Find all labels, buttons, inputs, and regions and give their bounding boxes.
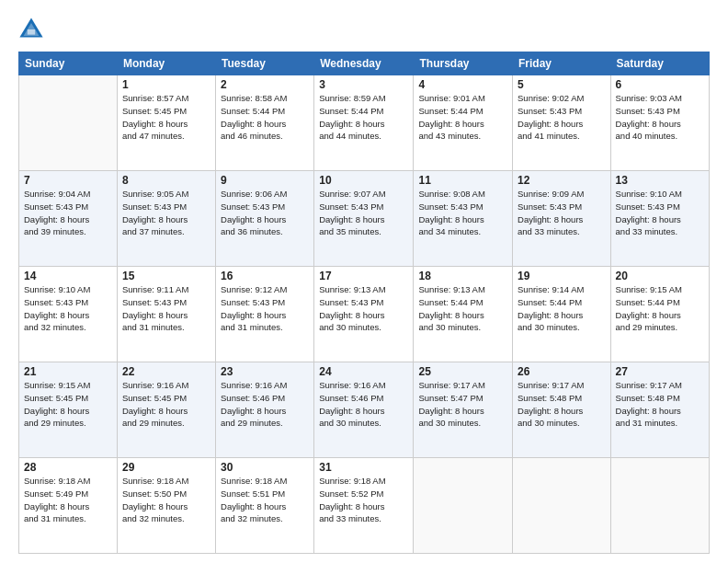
day-number: 26 xyxy=(518,365,606,378)
cell-info: Sunrise: 9:03 AMSunset: 5:43 PMDaylight:… xyxy=(616,92,704,143)
info-line: Daylight: 8 hours xyxy=(221,214,286,224)
calendar-cell: 15Sunrise: 9:11 AMSunset: 5:43 PMDayligh… xyxy=(117,267,215,362)
info-line: Sunset: 5:43 PM xyxy=(221,201,285,212)
day-number: 11 xyxy=(418,174,507,187)
day-number: 1 xyxy=(122,78,210,91)
cell-info: Sunrise: 9:13 AMSunset: 5:44 PMDaylight:… xyxy=(418,283,507,334)
week-row-4: 21Sunrise: 9:15 AMSunset: 5:45 PMDayligh… xyxy=(19,362,710,458)
info-line: Sunrise: 9:08 AM xyxy=(418,189,484,199)
info-line: and 43 minutes. xyxy=(418,131,481,141)
calendar-cell: 22Sunrise: 9:16 AMSunset: 5:45 PMDayligh… xyxy=(117,362,215,458)
info-line: Sunrise: 9:13 AM xyxy=(319,284,385,294)
day-number: 10 xyxy=(319,174,408,187)
info-line: Sunset: 5:44 PM xyxy=(518,297,582,307)
info-line: and 31 minutes. xyxy=(221,322,283,332)
info-line: Sunset: 5:43 PM xyxy=(122,297,187,307)
info-line: Daylight: 8 hours xyxy=(122,310,188,320)
info-line: Daylight: 8 hours xyxy=(518,310,583,320)
info-line: Sunrise: 9:18 AM xyxy=(122,476,188,486)
info-line: Sunrise: 9:07 AM xyxy=(319,189,385,199)
calendar-cell: 2Sunrise: 8:58 AMSunset: 5:44 PMDaylight… xyxy=(216,75,314,171)
calendar-cell: 29Sunrise: 9:18 AMSunset: 5:50 PMDayligh… xyxy=(117,458,215,554)
day-header-sunday: Sunday xyxy=(19,52,118,75)
info-line: Sunrise: 9:17 AM xyxy=(418,380,484,390)
day-number: 7 xyxy=(24,174,112,187)
day-number: 18 xyxy=(418,270,507,282)
info-line: Sunrise: 9:03 AM xyxy=(616,93,682,103)
cell-info: Sunrise: 9:08 AMSunset: 5:43 PMDaylight:… xyxy=(418,188,507,238)
cell-info: Sunrise: 9:13 AMSunset: 5:43 PMDaylight:… xyxy=(319,283,408,334)
info-line: Daylight: 8 hours xyxy=(319,214,384,224)
info-line: Daylight: 8 hours xyxy=(616,119,681,129)
info-line: Daylight: 8 hours xyxy=(221,406,286,416)
cell-info: Sunrise: 8:59 AMSunset: 5:44 PMDaylight:… xyxy=(319,92,408,143)
cell-info: Sunrise: 9:09 AMSunset: 5:43 PMDaylight:… xyxy=(518,188,606,238)
info-line: and 30 minutes. xyxy=(319,322,381,332)
info-line: Sunrise: 9:17 AM xyxy=(616,380,682,390)
info-line: Sunrise: 9:14 AM xyxy=(518,284,584,294)
info-line: Sunrise: 9:11 AM xyxy=(122,284,188,294)
info-line: Sunset: 5:43 PM xyxy=(24,201,88,212)
info-line: and 30 minutes. xyxy=(518,322,580,332)
info-line: and 32 minutes. xyxy=(24,322,86,332)
info-line: Sunset: 5:43 PM xyxy=(418,201,483,212)
info-line: Sunrise: 9:18 AM xyxy=(221,476,287,486)
calendar-cell: 28Sunrise: 9:18 AMSunset: 5:49 PMDayligh… xyxy=(19,458,118,554)
day-number: 8 xyxy=(122,174,210,187)
info-line: Daylight: 8 hours xyxy=(616,310,681,320)
info-line: and 31 minutes. xyxy=(616,418,678,428)
info-line: Sunrise: 9:04 AM xyxy=(24,189,90,199)
info-line: Sunrise: 9:12 AM xyxy=(221,284,287,294)
info-line: Daylight: 8 hours xyxy=(319,310,384,320)
cell-info: Sunrise: 9:16 AMSunset: 5:46 PMDaylight:… xyxy=(221,379,309,430)
day-number: 22 xyxy=(122,365,210,378)
calendar-cell: 19Sunrise: 9:14 AMSunset: 5:44 PMDayligh… xyxy=(513,267,611,362)
calendar-cell: 24Sunrise: 9:16 AMSunset: 5:46 PMDayligh… xyxy=(314,362,414,458)
cell-info: Sunrise: 9:16 AMSunset: 5:45 PMDaylight:… xyxy=(122,379,210,430)
info-line: and 30 minutes. xyxy=(518,418,580,428)
day-header-friday: Friday xyxy=(513,52,611,75)
info-line: Sunrise: 9:10 AM xyxy=(24,284,90,294)
day-number: 23 xyxy=(221,365,309,378)
info-line: Daylight: 8 hours xyxy=(122,501,188,511)
calendar-cell: 10Sunrise: 9:07 AMSunset: 5:43 PMDayligh… xyxy=(314,171,414,267)
info-line: and 41 minutes. xyxy=(518,131,580,141)
calendar-cell: 5Sunrise: 9:02 AMSunset: 5:43 PMDaylight… xyxy=(513,75,611,171)
info-line: Sunset: 5:43 PM xyxy=(319,297,383,307)
cell-info: Sunrise: 9:15 AMSunset: 5:44 PMDaylight:… xyxy=(616,283,704,334)
info-line: Daylight: 8 hours xyxy=(418,406,483,416)
info-line: Sunrise: 9:16 AM xyxy=(319,380,385,390)
info-line: Sunrise: 9:16 AM xyxy=(122,380,188,390)
cell-info: Sunrise: 9:16 AMSunset: 5:46 PMDaylight:… xyxy=(319,379,408,430)
info-line: Sunset: 5:43 PM xyxy=(616,201,680,212)
calendar-cell: 3Sunrise: 8:59 AMSunset: 5:44 PMDaylight… xyxy=(314,75,414,171)
info-line: Sunrise: 9:10 AM xyxy=(616,189,682,199)
cell-info: Sunrise: 9:04 AMSunset: 5:43 PMDaylight:… xyxy=(24,188,112,238)
day-number: 5 xyxy=(518,78,606,91)
info-line: Daylight: 8 hours xyxy=(418,310,483,320)
calendar-cell: 23Sunrise: 9:16 AMSunset: 5:46 PMDayligh… xyxy=(216,362,314,458)
cell-info: Sunrise: 9:14 AMSunset: 5:44 PMDaylight:… xyxy=(518,283,606,334)
day-number: 29 xyxy=(122,461,210,474)
cell-info: Sunrise: 9:07 AMSunset: 5:43 PMDaylight:… xyxy=(319,188,408,238)
info-line: and 36 minutes. xyxy=(221,226,283,236)
logo xyxy=(18,17,48,42)
info-line: Sunrise: 9:13 AM xyxy=(418,284,484,294)
info-line: Sunset: 5:48 PM xyxy=(616,393,680,403)
info-line: Sunset: 5:43 PM xyxy=(518,201,582,212)
cell-info: Sunrise: 8:57 AMSunset: 5:45 PMDaylight:… xyxy=(122,92,210,143)
calendar-table: SundayMondayTuesdayWednesdayThursdayFrid… xyxy=(18,52,710,554)
day-header-wednesday: Wednesday xyxy=(314,52,414,75)
cell-info: Sunrise: 9:10 AMSunset: 5:43 PMDaylight:… xyxy=(616,188,704,238)
week-row-1: 1Sunrise: 8:57 AMSunset: 5:45 PMDaylight… xyxy=(19,75,710,171)
day-header-saturday: Saturday xyxy=(610,52,709,75)
cell-info: Sunrise: 9:18 AMSunset: 5:51 PMDaylight:… xyxy=(221,475,309,525)
info-line: Sunset: 5:44 PM xyxy=(616,297,680,307)
info-line: Sunset: 5:43 PM xyxy=(24,297,88,307)
calendar-header-row: SundayMondayTuesdayWednesdayThursdayFrid… xyxy=(19,52,710,75)
calendar-cell xyxy=(610,458,709,554)
info-line: Sunset: 5:52 PM xyxy=(319,488,383,499)
day-number: 27 xyxy=(616,365,704,378)
cell-info: Sunrise: 9:15 AMSunset: 5:45 PMDaylight:… xyxy=(24,379,112,430)
cell-info: Sunrise: 9:12 AMSunset: 5:43 PMDaylight:… xyxy=(221,283,309,334)
